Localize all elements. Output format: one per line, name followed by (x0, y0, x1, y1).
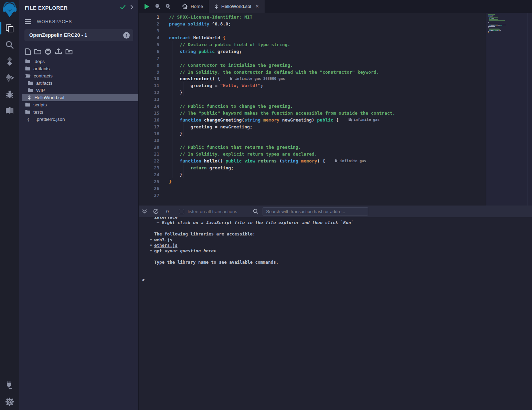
library-link-web3-js[interactable]: web3.js (154, 237, 172, 242)
minimap[interactable] (488, 14, 523, 34)
code-line[interactable]: 4contract HelloWorld { (139, 34, 486, 41)
clear-console-icon[interactable] (153, 209, 159, 214)
terminal-output[interactable]: interface – Right click on a JavaScript … (139, 217, 532, 410)
terminal-line: ethers.js (154, 243, 532, 248)
folder-icon (28, 88, 33, 92)
tree-item-artifacts[interactable]: artifacts (19, 80, 138, 87)
code-line[interactable]: 9 // In Solidity, the constructor is def… (139, 69, 486, 75)
chevron-right-icon[interactable] (130, 5, 134, 11)
rail-item-plugin-manager[interactable] (0, 377, 19, 393)
upload-file-icon[interactable] (55, 48, 62, 55)
zoom-in-icon[interactable] (164, 3, 171, 10)
code-line[interactable]: 5 // Declare a public field of type stri… (139, 41, 486, 48)
check-icon[interactable] (120, 4, 126, 11)
terminal-bar: 0 listen on all transactions (139, 206, 532, 217)
code-line[interactable]: 13 (139, 96, 486, 103)
terminal-line: gpt <your question here> (154, 248, 532, 254)
workspaces-menu-icon[interactable] (25, 18, 31, 25)
code-line[interactable]: 3 (139, 28, 486, 34)
gas-estimate-badge: infinite gas 368600 gas (230, 76, 285, 81)
code-line[interactable]: 14 // Public function to change the gree… (139, 103, 486, 110)
code-line[interactable]: 1// SPDX-License-Identifier: MIT (139, 14, 486, 21)
code-line[interactable]: 24 } (139, 171, 486, 178)
new-file-icon[interactable] (25, 48, 31, 55)
rail-item-file-explorer[interactable] (0, 20, 19, 36)
rail-item-solidity-compiler[interactable] (0, 53, 19, 70)
terminal-expand-icon[interactable] (142, 209, 147, 214)
tree-item-artifacts[interactable]: artifacts (19, 65, 138, 72)
folder-icon (28, 81, 33, 85)
tree-item-contracts[interactable]: contracts (19, 72, 138, 80)
tree-item-helloworld-sol[interactable]: HelloWorld.sol (22, 94, 138, 101)
rail-item-settings[interactable] (0, 393, 19, 410)
icon-rail (0, 0, 19, 410)
close-tab-icon[interactable]: ✕ (255, 4, 259, 9)
transaction-search-input[interactable] (263, 207, 368, 215)
code-line[interactable]: 19 (139, 137, 486, 144)
solidity-icon (27, 95, 31, 100)
code-line[interactable]: 27 (139, 192, 486, 199)
workspace-switch-icon[interactable]: ▲▼ (123, 32, 130, 39)
editor-scrollbar[interactable] (528, 13, 532, 206)
terminal-line: interface (154, 217, 532, 220)
code-line[interactable]: 11 greeting = "Hello, World!"; (139, 82, 486, 89)
tree-item-wip[interactable]: WIP (19, 87, 138, 94)
terminal-line: – Right click on a JavaScript file in th… (154, 220, 532, 225)
code-line[interactable]: 22 function hello() public view returns … (139, 158, 486, 165)
code-editor[interactable]: 1// SPDX-License-Identifier: MIT 2pragma… (139, 13, 532, 206)
search-icon (253, 209, 258, 214)
library-link-ethers-js[interactable]: ethers.js (154, 243, 178, 248)
code-line[interactable]: 21 // In Solidity, explicit return types… (139, 151, 486, 158)
remix-logo[interactable] (0, 0, 19, 20)
minimap-panel[interactable] (486, 13, 532, 206)
rail-item-search[interactable] (0, 36, 19, 53)
folder-icon (25, 110, 30, 114)
transaction-count: 0 (166, 209, 169, 214)
tab-home[interactable]: Home (176, 0, 209, 13)
rail-item-learneth[interactable] (0, 103, 19, 119)
code-line[interactable]: 23 return greeting; (139, 165, 486, 171)
code-line[interactable]: 6 string public greeting; (139, 48, 486, 55)
code-line[interactable]: 8 // Constructor to initialize the greet… (139, 62, 486, 69)
listen-label: listen on all transactions (188, 209, 237, 214)
code-line[interactable]: 2pragma solidity ^0.8.0; (139, 21, 486, 28)
workspace-select[interactable]: OpenZeppelin ERC20 - 1 ▲▼ (24, 29, 133, 41)
tab-helloworld-sol[interactable]: HelloWorld.sol✕ (209, 0, 265, 13)
code-line[interactable]: 25} (139, 178, 486, 185)
editor-toolbar: Home HelloWorld.sol✕ (139, 0, 532, 13)
terminal-line: web3.js (154, 237, 532, 243)
workspaces-label: WORKSPACES (37, 19, 72, 24)
code-line[interactable]: 18 } (139, 130, 486, 137)
zoom-out-icon[interactable] (154, 3, 161, 10)
code-line[interactable]: 10 constructor() {infinite gas 368600 ga… (139, 75, 486, 82)
rail-item-debugger[interactable] (0, 86, 19, 103)
workspace-name: OpenZeppelin ERC20 - 1 (29, 32, 123, 38)
tree-item--deps[interactable]: .deps (19, 58, 138, 65)
github-icon[interactable] (44, 48, 52, 55)
code-line[interactable]: 15 // The "public" keyword makes the fun… (139, 109, 486, 116)
listen-checkbox[interactable] (179, 209, 184, 214)
rail-item-deploy-run[interactable] (0, 70, 19, 86)
new-folder-icon[interactable] (34, 49, 41, 55)
tree-item--prettierrc-json[interactable]: { }.prettierrc.json (19, 116, 138, 123)
folder-icon (25, 59, 30, 63)
panel-title: FILE EXPLORER (25, 5, 120, 11)
home-icon (182, 3, 188, 9)
code-line[interactable]: 26 (139, 185, 486, 192)
tree-item-scripts[interactable]: scripts (19, 101, 138, 108)
upload-folder-icon[interactable] (65, 49, 73, 55)
code-line[interactable]: 17 greeting = newGreeting; (139, 123, 486, 130)
tree-item-tests[interactable]: tests (19, 108, 138, 116)
code-line[interactable]: 20 // Public function that returns the g… (139, 144, 486, 151)
gas-estimate-badge: infinite gas (348, 117, 380, 122)
terminal-prompt[interactable]: > (142, 277, 145, 283)
code-line[interactable]: 12 } (139, 89, 486, 96)
code-line[interactable]: 16 function changeGreeting(string memory… (139, 116, 486, 123)
run-button[interactable] (143, 3, 151, 10)
gas-estimate-badge: infinite gas (335, 159, 366, 163)
braces-icon: { } (27, 117, 32, 122)
folder-open-icon (25, 74, 31, 78)
terminal-line: The following libraries are accessible: (154, 231, 532, 237)
file-tree: .deps artifacts contracts artifacts WIP … (19, 58, 138, 123)
code-line[interactable]: 7 (139, 55, 486, 62)
